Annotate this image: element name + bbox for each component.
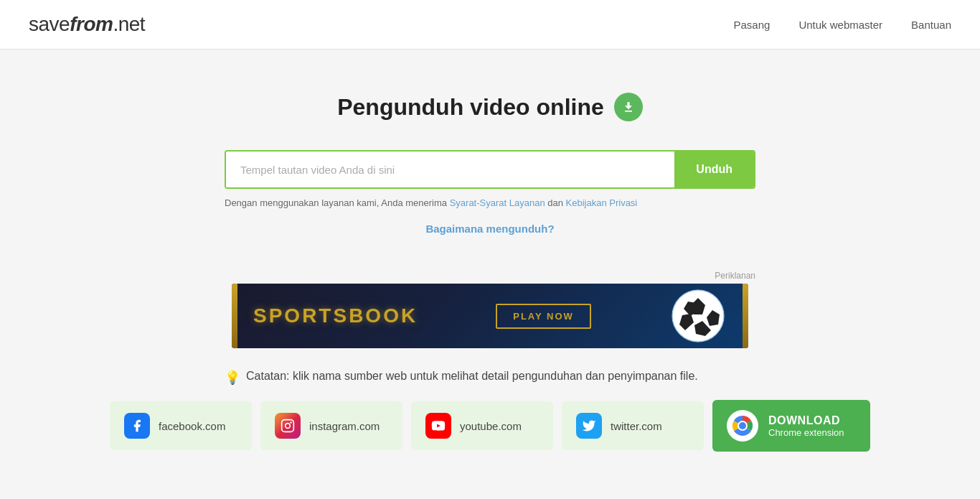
svg-rect-8 [282, 420, 294, 432]
how-to-download-link[interactable]: Bagaimana mengunduh? [225, 223, 755, 235]
ad-sportsbook-text: SPORTSBOOK [253, 304, 418, 327]
social-card-facebook[interactable]: facebook.com [110, 401, 252, 450]
search-bar: Unduh [225, 150, 755, 189]
facebook-label: facebook.com [159, 420, 225, 432]
ad-soccer-ball [669, 287, 727, 345]
twitter-icon-container [576, 413, 602, 439]
twitter-label: twitter.com [611, 420, 662, 432]
header: savefrom.net Pasang Untuk webmaster Bant… [0, 0, 980, 50]
youtube-icon [431, 419, 446, 433]
note-section: 💡 Catatan: klik nama sumber web untuk me… [210, 370, 770, 386]
youtube-label: youtube.com [460, 420, 522, 432]
instagram-icon [281, 419, 295, 433]
soccer-ball-icon [669, 287, 727, 345]
chrome-download-label: DOWNLOAD [768, 414, 844, 427]
chrome-text: DOWNLOAD Chrome extension [768, 414, 844, 438]
terms-prefix: Dengan menggunakan layanan kami, Anda me… [225, 197, 450, 208]
terms-link[interactable]: Syarat-Syarat Layanan [450, 197, 545, 208]
arrow-down-icon [621, 100, 636, 114]
unduh-button[interactable]: Unduh [674, 151, 754, 187]
svg-point-10 [290, 421, 292, 424]
svg-rect-0 [625, 111, 632, 112]
ad-container: Periklanan SPORTSBOOK PLAY NOW [210, 271, 770, 348]
logo[interactable]: savefrom.net [29, 13, 145, 36]
instagram-icon-container [275, 413, 301, 439]
instagram-label: instagram.com [309, 420, 380, 432]
youtube-icon-container [425, 413, 451, 439]
facebook-icon-container [124, 413, 150, 439]
note-bulb-icon: 💡 [225, 370, 240, 386]
ad-label: Periklanan [225, 271, 755, 281]
social-card-instagram[interactable]: instagram.com [260, 401, 402, 450]
note-text: Catatan: klik nama sumber web untuk meli… [246, 370, 698, 383]
social-section: facebook.com instagram.com youtube.com [95, 400, 885, 452]
terms-middle: dan [545, 197, 566, 208]
social-card-youtube[interactable]: youtube.com [411, 401, 553, 450]
ad-play-button[interactable]: PLAY NOW [496, 304, 591, 329]
main-content: Pengunduh video online Unduh Dengan meng… [210, 50, 770, 271]
terms-text: Dengan menggunakan layanan kami, Anda me… [225, 197, 755, 208]
ad-banner: SPORTSBOOK PLAY NOW [232, 284, 748, 348]
chrome-ext-label: Chrome extension [768, 427, 844, 438]
nav-bantuan[interactable]: Bantuan [911, 19, 951, 31]
nav-webmaster[interactable]: Untuk webmaster [798, 19, 882, 31]
svg-point-14 [739, 422, 746, 429]
twitter-icon [582, 419, 596, 433]
chrome-icon [727, 410, 758, 442]
ad-text-area: SPORTSBOOK [253, 304, 418, 327]
privacy-link[interactable]: Kebijakan Privasi [566, 197, 638, 208]
search-input[interactable] [226, 151, 674, 187]
page-title-text: Pengunduh video online [337, 94, 604, 121]
social-card-twitter[interactable]: twitter.com [562, 401, 704, 450]
page-title: Pengunduh video online [225, 93, 755, 121]
nav: Pasang Untuk webmaster Bantuan [734, 19, 951, 31]
nav-pasang[interactable]: Pasang [734, 19, 771, 31]
facebook-icon [130, 419, 144, 433]
chrome-extension-button[interactable]: DOWNLOAD Chrome extension [712, 400, 870, 452]
svg-point-9 [286, 424, 291, 429]
download-arrow-circle [614, 93, 643, 121]
